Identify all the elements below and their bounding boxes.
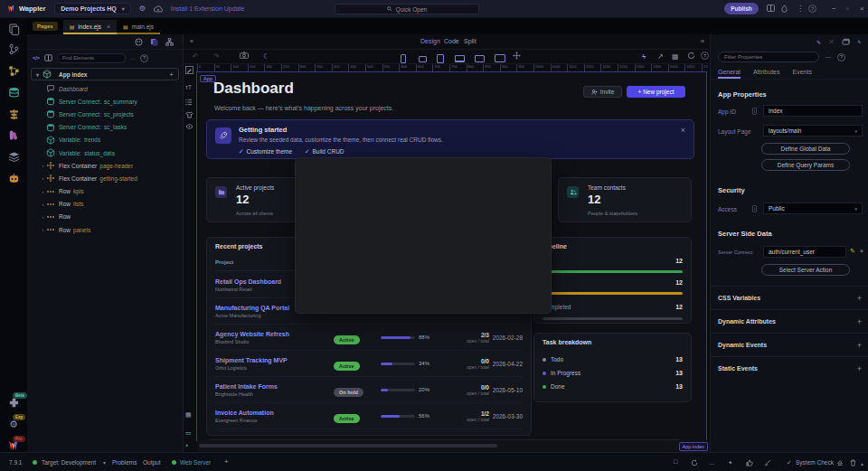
system-check-icon[interactable]: ✓	[787, 459, 791, 466]
theme-shirt-icon[interactable]	[185, 111, 193, 118]
floating-popup-overlay[interactable]	[295, 157, 552, 314]
device-phone-icon[interactable]	[401, 54, 406, 63]
tree-item[interactable]: Variable:status_data	[27, 146, 183, 159]
minimize-icon[interactable]: —	[826, 54, 831, 60]
section-dynamic-events[interactable]: Dynamic Events+	[711, 333, 868, 356]
device-desktop-icon[interactable]	[475, 55, 485, 62]
new-project-button[interactable]: + New project	[627, 86, 685, 98]
kebab-menu-icon[interactable]: ⋮	[797, 5, 804, 14]
window-close-icon[interactable]: ×	[860, 5, 864, 14]
add-element-icon[interactable]: +	[169, 71, 174, 79]
stop-icon[interactable]: □	[674, 458, 677, 465]
find-elements-input[interactable]	[57, 53, 126, 63]
mode-split[interactable]: Split	[464, 38, 476, 44]
stack-panels-icon[interactable]	[842, 38, 850, 45]
dark-mode-moon-icon[interactable]: ☾	[263, 52, 269, 62]
define-query-params-button[interactable]: Define Query Params	[761, 159, 850, 171]
theme-droplet-icon[interactable]	[781, 5, 788, 13]
expand-plus-icon[interactable]: +	[857, 364, 862, 373]
chevron-right-icon[interactable]: ›	[40, 189, 46, 194]
typography-icon[interactable]: ᴛT	[185, 84, 192, 90]
invite-button[interactable]: Invite	[583, 86, 622, 98]
project-name[interactable]: Invoice Automation	[215, 410, 334, 416]
help-icon[interactable]: ?	[808, 5, 816, 13]
tree-item[interactable]: ›Flex Containergetting-started	[27, 172, 183, 184]
tab-events[interactable]: Events	[792, 69, 811, 79]
app-flows-icon[interactable]	[6, 63, 21, 78]
device-phone-landscape-icon[interactable]	[419, 56, 427, 62]
horizontal-scrollbar[interactable]	[199, 444, 497, 447]
server-connect-input[interactable]: auth/current_user	[763, 246, 846, 258]
trash-icon[interactable]	[850, 459, 856, 466]
git-manager-icon[interactable]	[6, 42, 21, 56]
help-icon[interactable]: ?	[140, 54, 148, 62]
tree-item[interactable]: ›Rowkpis	[27, 185, 183, 198]
webserver-button[interactable]: Web Server	[180, 459, 211, 466]
chevron-right-icon[interactable]: ›	[40, 227, 46, 232]
tree-item[interactable]: ›Row	[27, 211, 183, 223]
more-menu-icon[interactable]: …	[130, 55, 136, 61]
tree-item[interactable]: Server Connect:sc_summary	[27, 95, 183, 108]
blocks-layers-icon[interactable]	[6, 149, 21, 164]
edit-code-icon[interactable]: ✎	[816, 39, 821, 45]
copy-structure-icon[interactable]	[150, 38, 158, 46]
thumbs-up-icon[interactable]	[746, 459, 753, 466]
cloud-upload-icon[interactable]	[154, 5, 163, 13]
screenshot-camera-icon[interactable]	[240, 52, 249, 59]
dom-tree-icon[interactable]	[165, 38, 174, 46]
chevron-right-icon[interactable]: ›	[40, 175, 46, 181]
tree-item[interactable]: ›Rowpanels	[27, 223, 183, 236]
reload-icon[interactable]	[691, 459, 698, 466]
project-name[interactable]: Agency Website Refresh	[215, 331, 334, 337]
tab-attributes[interactable]: Attributes	[753, 69, 780, 79]
define-global-data-button[interactable]: Define Global Data	[761, 143, 850, 155]
filter-properties-input[interactable]	[718, 52, 819, 62]
page-preview[interactable]: App Dashboard Welcome back — here's what…	[197, 72, 706, 440]
chevron-down-icon[interactable]: ▾	[36, 71, 39, 78]
tree-item[interactable]: Server Connect:sc_projects	[27, 108, 183, 120]
grid-snap-icon[interactable]: ▦	[185, 411, 192, 419]
pages-panel-icon[interactable]	[6, 22, 21, 36]
project-row[interactable]: Shipment Tracking MVPOrbit LogisticsActi…	[215, 351, 523, 377]
ai-assistant-icon[interactable]	[6, 171, 21, 185]
check-item[interactable]: ✓Build CRUD	[305, 148, 344, 155]
mode-design[interactable]: Design	[420, 38, 440, 44]
pages-badge[interactable]: Pages	[33, 22, 58, 31]
device-tablet-icon[interactable]	[437, 54, 444, 63]
project-name[interactable]: Patient Intake Forms	[215, 383, 334, 390]
settings-icon[interactable]: ⚙	[139, 5, 146, 13]
mode-code[interactable]: Code	[444, 38, 459, 44]
add-panel-icon[interactable]: +	[224, 457, 229, 466]
expand-right-icon[interactable]: »	[701, 38, 704, 44]
tab-main-ejs[interactable]: ▤ main.ejs	[117, 20, 160, 34]
check-item[interactable]: ✓Customize theme	[239, 148, 292, 155]
tree-root-app-index[interactable]: ▾ App index +	[31, 68, 179, 80]
help-icon[interactable]: ?	[837, 53, 845, 61]
dynamic-bolt-icon[interactable]: ϟ	[858, 39, 861, 44]
section-css-variables[interactable]: CSS Variables+	[711, 286, 868, 309]
tree-item[interactable]: Server Connect:sc_tasks	[27, 121, 183, 134]
target-selector[interactable]: Target: Development	[42, 459, 96, 466]
close-icon[interactable]: ×	[681, 126, 685, 135]
server-connect-icon[interactable]	[6, 107, 21, 121]
grid-view-icon[interactable]: ▦	[672, 52, 679, 62]
more-icon[interactable]: …	[709, 459, 715, 466]
tree-item[interactable]: ›Rowlists	[27, 198, 183, 211]
project-name[interactable]: Shipment Tracking MVP	[215, 357, 334, 363]
section-dynamic-attributes[interactable]: Dynamic Attributes+	[711, 309, 868, 333]
responsive-move-icon[interactable]	[513, 52, 521, 60]
edit-pencil-icon[interactable]: ✎	[850, 248, 855, 255]
edit-pencil-icon[interactable]	[185, 66, 193, 74]
refresh-icon[interactable]	[687, 52, 695, 60]
quick-open-button[interactable]: Quick Open	[335, 4, 479, 14]
tab-general[interactable]: General	[718, 69, 741, 79]
tab-index-ejs[interactable]: ▤ index.ejs ×	[63, 20, 117, 34]
publish-button[interactable]: Publish	[724, 3, 759, 14]
preview-eye-icon[interactable]	[185, 124, 193, 129]
list-icon[interactable]	[185, 99, 193, 106]
section-static-events[interactable]: Static Events+	[711, 356, 868, 380]
tree-item[interactable]: Variable:trends	[27, 134, 183, 146]
app-id-input[interactable]: index	[763, 105, 863, 117]
detach-icon[interactable]: ⤫	[829, 39, 834, 45]
window-maximize-icon[interactable]: ▫	[846, 5, 849, 14]
